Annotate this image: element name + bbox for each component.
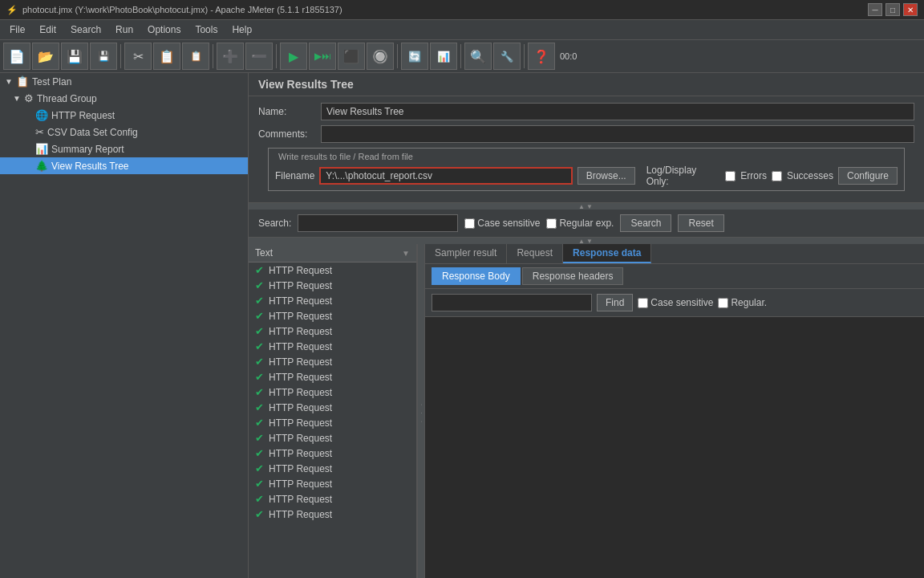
toolbar-save-as[interactable]: 💾 <box>61 43 88 70</box>
content-panel: View Results Tree Name: Comments: Write … <box>249 73 924 578</box>
divider-top[interactable]: ▲▼ <box>249 203 924 210</box>
form-area: Name: Comments: Write results to file / … <box>249 96 924 203</box>
name-label: Name: <box>258 106 314 117</box>
list-item[interactable]: ✔HTTP Request <box>249 446 416 461</box>
success-icon: ✔ <box>255 432 264 444</box>
sub-tab-response-headers[interactable]: Response headers <box>522 267 624 285</box>
search-button[interactable]: Search <box>620 214 671 232</box>
list-item-label: HTTP Request <box>269 478 332 490</box>
configure-button[interactable]: Configure <box>838 167 898 185</box>
menu-edit[interactable]: Edit <box>33 22 63 38</box>
list-item[interactable]: ✔HTTP Request <box>249 507 416 522</box>
sub-tab-response-body[interactable]: Response Body <box>432 267 521 285</box>
tab-sampler-result[interactable]: Sampler result <box>425 244 507 263</box>
regular-exp-checkbox[interactable] <box>546 218 557 229</box>
toolbar-shutdown[interactable]: 🔘 <box>367 43 394 70</box>
name-row: Name: <box>258 103 914 120</box>
tree-item-http-request[interactable]: 🌐 HTTP Request <box>0 107 248 124</box>
list-item[interactable]: ✔HTTP Request <box>249 308 416 324</box>
menu-help[interactable]: Help <box>225 22 258 38</box>
toolbar-search[interactable]: 🔍 <box>464 43 492 70</box>
toolbar-paste[interactable]: 📋 <box>182 43 209 70</box>
menu-search[interactable]: Search <box>64 22 107 38</box>
list-item[interactable]: ✔HTTP Request <box>249 354 416 369</box>
close-button[interactable]: ✕ <box>903 3 918 16</box>
name-input[interactable] <box>321 103 914 120</box>
toolbar-sep-4 <box>397 44 398 68</box>
maximize-button[interactable]: □ <box>886 3 900 16</box>
menu-options[interactable]: Options <box>141 22 187 38</box>
success-icon: ✔ <box>255 401 264 413</box>
errors-label: Errors <box>740 170 767 181</box>
list-item[interactable]: ✔HTTP Request <box>249 369 416 385</box>
tree-item-thread-group[interactable]: ▼ ⚙ Thread Group <box>0 90 248 107</box>
tree-toggle-test-plan[interactable]: ▼ <box>5 77 13 86</box>
menu-file[interactable]: File <box>3 22 31 38</box>
minimize-button[interactable]: ─ <box>868 3 882 16</box>
http-request-icon: 🌐 <box>35 109 48 121</box>
list-item[interactable]: ✔HTTP Request <box>249 278 416 293</box>
toolbar-open[interactable]: 📂 <box>32 43 59 70</box>
csv-config-icon: ✂ <box>35 126 44 138</box>
success-icon: ✔ <box>255 447 264 459</box>
toolbar-remove[interactable]: ➖ <box>245 43 273 70</box>
list-item[interactable]: ✔HTTP Request <box>249 400 416 415</box>
list-item-label: HTTP Request <box>269 433 332 444</box>
toolbar-start[interactable]: ▶ <box>280 43 307 70</box>
tree-item-view-results-tree[interactable]: 🌲 View Results Tree <box>0 157 248 174</box>
find-button[interactable]: Find <box>597 294 633 311</box>
thread-group-icon: ⚙ <box>24 92 34 104</box>
response-tab-bar: Sampler result Request Response data <box>425 244 924 264</box>
toolbar-clear[interactable]: 🔄 <box>401 43 428 70</box>
list-header-sort-icon[interactable]: ▼ <box>402 249 410 258</box>
toolbar-clear-all[interactable]: 📊 <box>430 43 457 70</box>
panel-title: View Results Tree <box>258 78 354 91</box>
success-icon: ✔ <box>255 340 264 352</box>
browse-button[interactable]: Browse... <box>578 167 635 185</box>
toolbar-function-helper[interactable]: 🔧 <box>493 43 521 70</box>
tree-item-csv-config[interactable]: ✂ CSV Data Set Config <box>0 124 248 140</box>
split-area: Text ▼ ✔HTTP Request✔HTTP Request✔HTTP R… <box>249 244 924 578</box>
search-row: Search: Case sensitive Regular exp. Sear… <box>249 210 924 238</box>
list-item[interactable]: ✔HTTP Request <box>249 476 416 491</box>
find-input[interactable] <box>432 294 592 311</box>
list-item[interactable]: ✔HTTP Request <box>249 385 416 400</box>
tab-request[interactable]: Request <box>507 244 563 263</box>
list-item[interactable]: ✔HTTP Request <box>249 339 416 354</box>
regular-exp-label: Regular exp. <box>546 218 614 229</box>
tree-toggle-thread-group[interactable]: ▼ <box>13 94 21 103</box>
toolbar-cut[interactable]: ✂ <box>124 43 152 70</box>
list-item[interactable]: ✔HTTP Request <box>249 263 416 278</box>
list-item[interactable]: ✔HTTP Request <box>249 461 416 476</box>
case-sensitive-checkbox[interactable] <box>464 218 475 229</box>
toolbar-new[interactable]: 📄 <box>3 43 30 70</box>
toolbar-start-no-pause[interactable]: ▶⏭ <box>309 43 336 70</box>
tree-item-test-plan[interactable]: ▼ 📋 Test Plan <box>0 73 248 90</box>
success-icon: ✔ <box>255 310 264 322</box>
test-plan-icon: 📋 <box>16 75 29 88</box>
toolbar-save[interactable]: 💾 <box>90 43 117 70</box>
find-case-sensitive-checkbox[interactable] <box>638 298 648 308</box>
find-regular-checkbox[interactable] <box>718 298 728 308</box>
list-item[interactable]: ✔HTTP Request <box>249 430 416 446</box>
toolbar-copy[interactable]: 📋 <box>153 43 180 70</box>
successes-checkbox[interactable] <box>772 171 782 181</box>
tree-item-summary-report[interactable]: 📊 Summary Report <box>0 140 248 157</box>
errors-checkbox[interactable] <box>725 171 736 181</box>
menu-run[interactable]: Run <box>109 22 140 38</box>
search-input[interactable] <box>298 214 458 232</box>
toolbar-add[interactable]: ➕ <box>217 43 244 70</box>
reset-button[interactable]: Reset <box>678 214 723 232</box>
list-item[interactable]: ✔HTTP Request <box>249 324 416 339</box>
list-item[interactable]: ✔HTTP Request <box>249 293 416 308</box>
list-splitter[interactable]: · · · <box>417 244 425 578</box>
divider-bottom[interactable]: ▲▼ <box>249 238 924 244</box>
toolbar-stop[interactable]: ⬛ <box>338 43 365 70</box>
toolbar-help[interactable]: ❓ <box>528 43 555 70</box>
tab-response-data[interactable]: Response data <box>563 244 651 263</box>
comments-input[interactable] <box>321 125 914 143</box>
list-item[interactable]: ✔HTTP Request <box>249 415 416 430</box>
menu-tools[interactable]: Tools <box>188 22 224 38</box>
filename-input[interactable] <box>319 167 572 185</box>
list-item[interactable]: ✔HTTP Request <box>249 491 416 507</box>
